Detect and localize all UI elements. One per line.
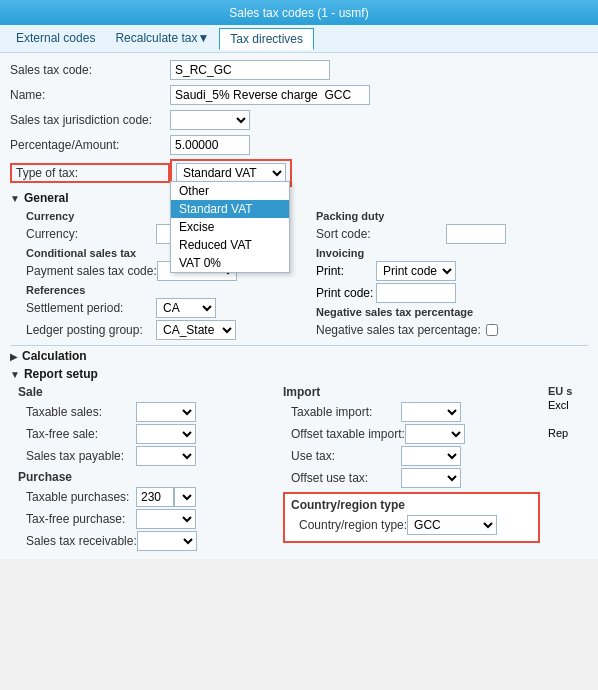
type-of-tax-dropdown: Other Standard VAT Excise Reduced VAT VA… [170, 181, 290, 273]
print-label: Print: [316, 264, 376, 278]
country-region-select[interactable]: GCC [407, 515, 497, 535]
report-setup-section-header[interactable]: ▼ Report setup [10, 367, 588, 381]
taxable-sales-row: Taxable sales: [26, 402, 275, 422]
taxable-purchases-select[interactable] [174, 487, 196, 507]
type-of-tax-select[interactable]: Standard VAT [176, 163, 286, 183]
sales-tax-payable-row: Sales tax payable: [26, 446, 275, 466]
report-setup-arrow-icon: ▼ [10, 369, 20, 380]
dropdown-other[interactable]: Other [171, 182, 289, 200]
name-label: Name: [10, 88, 170, 102]
type-of-tax-label: Type of tax: [10, 163, 170, 183]
offset-taxable-import-label: Offset taxable import: [291, 427, 405, 441]
use-tax-select[interactable] [401, 446, 461, 466]
menu-tax-directives[interactable]: Tax directives [219, 28, 314, 50]
sales-tax-receivable-label: Sales tax receivable: [26, 534, 137, 548]
name-row: Name: [10, 84, 588, 106]
title-text: Sales tax codes (1 - usmf) [229, 6, 368, 20]
settlement-select[interactable]: CA [156, 298, 216, 318]
taxable-purchases-row: Taxable purchases: [26, 487, 275, 507]
invoicing-title: Invoicing [316, 247, 588, 259]
print-code-row: Print code: [316, 283, 588, 303]
percentage-row: Percentage/Amount: [10, 134, 588, 156]
rep-label: Rep [548, 427, 588, 439]
general-section-header[interactable]: ▼ General [10, 191, 588, 205]
print-code-label: Print code: [316, 286, 376, 300]
ledger-row: Ledger posting group: CA_State [26, 320, 298, 340]
ledger-label: Ledger posting group: [26, 323, 156, 337]
dropdown-standard-vat[interactable]: Standard VAT [171, 200, 289, 218]
import-column: Import Taxable import: Offset taxable im… [283, 385, 540, 553]
taxable-import-select[interactable] [401, 402, 461, 422]
country-region-label: Country/region type: [299, 518, 407, 532]
offset-use-tax-row: Offset use tax: [291, 468, 540, 488]
sales-tax-receivable-select[interactable] [137, 531, 197, 551]
offset-use-tax-label: Offset use tax: [291, 471, 401, 485]
sales-tax-code-label: Sales tax code: [10, 63, 170, 77]
menu-bar: External codes Recalculate tax▼ Tax dire… [0, 25, 598, 53]
general-arrow-icon: ▼ [10, 193, 20, 204]
eu-label: EU s [548, 385, 588, 397]
jurisdiction-row: Sales tax jurisdiction code: [10, 109, 588, 131]
offset-use-tax-select[interactable] [401, 468, 461, 488]
negative-sales-tax-checkbox[interactable] [486, 324, 498, 336]
negative-sales-tax-title: Negative sales tax percentage [316, 306, 588, 318]
country-region-row: Country/region type: GCC [299, 515, 532, 535]
print-row: Print: Print code [316, 261, 588, 281]
sale-column: Sale Taxable sales: Tax-free sale: Sales… [18, 385, 275, 553]
menu-external-codes[interactable]: External codes [6, 28, 105, 49]
dropdown-excise[interactable]: Excise [171, 218, 289, 236]
taxable-purchases-input[interactable] [136, 487, 174, 507]
sales-tax-payable-label: Sales tax payable: [26, 449, 136, 463]
sales-tax-code-row: Sales tax code: [10, 59, 588, 81]
general-content: Currency Currency: Conditional sales tax… [18, 207, 588, 342]
dropdown-vat-0[interactable]: VAT 0% [171, 254, 289, 272]
sale-title: Sale [18, 385, 275, 399]
settlement-row: Settlement period: CA [26, 298, 298, 318]
settlement-label: Settlement period: [26, 301, 156, 315]
percentage-input[interactable] [170, 135, 250, 155]
jurisdiction-label: Sales tax jurisdiction code: [10, 113, 170, 127]
calculation-arrow-icon: ▶ [10, 351, 18, 362]
calculation-title: Calculation [22, 349, 87, 363]
menu-recalculate-tax[interactable]: Recalculate tax▼ [105, 28, 219, 49]
title-bar: Sales tax codes (1 - usmf) [0, 0, 598, 25]
country-region-box: Country/region type Country/region type:… [283, 492, 540, 543]
sales-tax-code-input[interactable] [170, 60, 330, 80]
excl-label: Excl [548, 399, 588, 411]
taxable-sales-select[interactable] [136, 402, 196, 422]
sales-tax-receivable-row: Sales tax receivable: [26, 531, 275, 551]
use-tax-label: Use tax: [291, 449, 401, 463]
currency-label: Currency: [26, 227, 156, 241]
percentage-label: Percentage/Amount: [10, 138, 170, 152]
tax-free-purchase-select[interactable] [136, 509, 196, 529]
report-grid: Sale Taxable sales: Tax-free sale: Sales… [18, 385, 588, 553]
sort-code-label: Sort code: [316, 227, 446, 241]
country-region-title: Country/region type [291, 498, 532, 512]
type-of-tax-row: Type of tax: Standard VAT Other Standard… [10, 159, 588, 187]
print-code-input[interactable] [376, 283, 456, 303]
calculation-section-header[interactable]: ▶ Calculation [10, 345, 588, 363]
sales-tax-payable-select[interactable] [136, 446, 196, 466]
print-select[interactable]: Print code [376, 261, 456, 281]
references-title: References [26, 284, 298, 296]
dropdown-reduced-vat[interactable]: Reduced VAT [171, 236, 289, 254]
tax-free-sale-row: Tax-free sale: [26, 424, 275, 444]
name-input[interactable] [170, 85, 370, 105]
offset-taxable-import-select[interactable] [405, 424, 465, 444]
general-right: Packing duty Sort code: Invoicing Print:… [308, 207, 588, 342]
payment-label: Payment sales tax code: [26, 264, 157, 278]
tax-free-sale-label: Tax-free sale: [26, 427, 136, 441]
use-tax-row: Use tax: [291, 446, 540, 466]
general-title: General [24, 191, 69, 205]
eu-column: EU s Excl Rep [548, 385, 588, 553]
import-title: Import [283, 385, 540, 399]
jurisdiction-select[interactable] [170, 110, 250, 130]
purchase-title: Purchase [18, 470, 275, 484]
ledger-select[interactable]: CA_State [156, 320, 236, 340]
sort-code-input[interactable] [446, 224, 506, 244]
tax-free-sale-select[interactable] [136, 424, 196, 444]
offset-taxable-import-row: Offset taxable import: [291, 424, 540, 444]
tax-free-purchase-row: Tax-free purchase: [26, 509, 275, 529]
packing-duty-title: Packing duty [316, 210, 588, 222]
taxable-sales-label: Taxable sales: [26, 405, 136, 419]
